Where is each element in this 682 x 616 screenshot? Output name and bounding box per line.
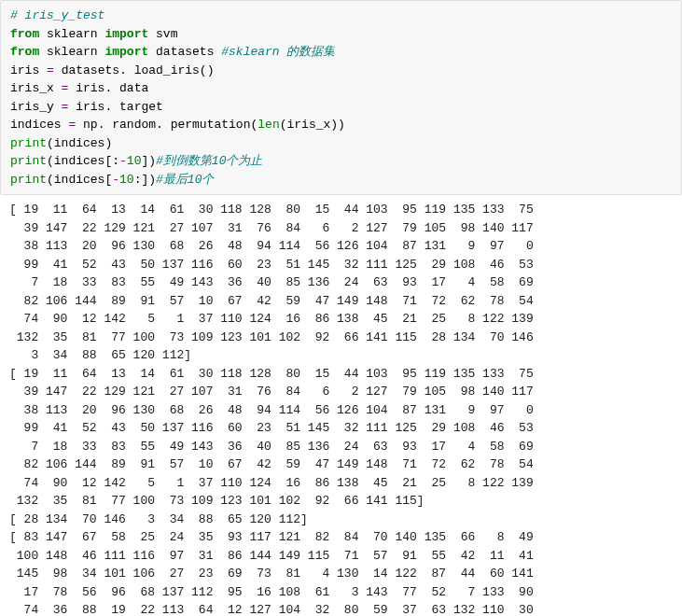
output-line: 7 18 33 83 55 49 143 36 40 85 136 24 63 … bbox=[9, 275, 534, 289]
code-line: iris_y = iris. target bbox=[10, 100, 163, 114]
output-line: 82 106 144 89 91 57 10 67 42 59 47 149 1… bbox=[9, 457, 534, 471]
code-token: #最后10个 bbox=[156, 173, 214, 187]
output-line: 38 113 20 96 130 68 26 48 94 114 56 126 … bbox=[9, 403, 534, 417]
output-line: 132 35 81 77 100 73 109 123 101 102 92 6… bbox=[9, 494, 425, 508]
code-token: len bbox=[257, 118, 279, 132]
output-line: 3 34 88 65 120 112] bbox=[9, 348, 191, 362]
output-line: 99 41 52 43 50 137 116 60 23 51 145 32 1… bbox=[9, 258, 534, 272]
code-line: from sklearn import svm bbox=[10, 27, 177, 41]
output-line: [ 28 134 70 146 3 34 88 65 120 112] bbox=[9, 512, 308, 526]
code-token: iris bbox=[10, 63, 47, 77]
code-token: from bbox=[10, 27, 47, 41]
code-token: iris. data bbox=[76, 81, 148, 95]
code-token: 10 bbox=[127, 154, 142, 168]
code-token: ]) bbox=[141, 154, 156, 168]
code-token: iris_x bbox=[10, 81, 62, 95]
code-token: = bbox=[62, 81, 77, 95]
output-line: 74 90 12 142 5 1 37 110 124 16 86 138 45… bbox=[9, 476, 534, 490]
output-line: 17 78 56 96 68 137 112 95 16 108 61 3 14… bbox=[9, 585, 534, 599]
code-line: iris = datasets. load_iris() bbox=[10, 63, 214, 77]
code-line: from sklearn import datasets #sklearn 的数… bbox=[10, 45, 335, 59]
output-line: 132 35 81 77 100 73 109 123 101 102 92 6… bbox=[9, 330, 534, 344]
output-line: 99 41 52 43 50 137 116 60 23 51 145 32 1… bbox=[9, 421, 534, 435]
code-line: iris_x = iris. data bbox=[10, 81, 148, 95]
code-token: () bbox=[200, 63, 215, 77]
code-token: = bbox=[62, 100, 77, 114]
code-token: sklearn bbox=[47, 27, 104, 41]
output-line: 7 18 33 83 55 49 143 36 40 85 136 24 63 … bbox=[9, 440, 534, 454]
output-line: 74 36 88 19 22 113 64 12 127 104 32 80 5… bbox=[9, 603, 534, 616]
code-line: print(indices) bbox=[10, 136, 112, 150]
code-token: sklearn bbox=[47, 45, 104, 59]
code-token: print bbox=[10, 173, 47, 187]
code-comment: # iris_y_test bbox=[10, 8, 104, 22]
output-line: 82 106 144 89 91 57 10 67 42 59 47 149 1… bbox=[9, 294, 534, 308]
code-line: print(indices[-10:])#最后10个 bbox=[10, 173, 214, 187]
code-token: print bbox=[10, 136, 47, 150]
code-token: = bbox=[68, 118, 83, 132]
code-token: from bbox=[10, 45, 47, 59]
output-line: 39 147 22 129 121 27 107 31 76 84 6 2 12… bbox=[9, 221, 534, 235]
code-token: datasets bbox=[156, 45, 221, 59]
code-token: (iris_x)) bbox=[280, 118, 345, 132]
code-token: #sklearn 的数据集 bbox=[221, 45, 335, 59]
code-token: np. random. permutation bbox=[83, 118, 250, 132]
output-line: 145 98 34 101 106 27 23 69 73 81 4 130 1… bbox=[9, 567, 534, 581]
code-token: import bbox=[104, 45, 156, 59]
output-line: [ 83 147 67 58 25 24 35 93 117 121 82 84… bbox=[9, 530, 534, 544]
code-token: (indices[: bbox=[47, 154, 119, 168]
code-token: (indices[ bbox=[47, 173, 112, 187]
code-token: indices bbox=[10, 118, 68, 132]
code-token: iris. target bbox=[76, 100, 163, 114]
output-line: 100 148 46 111 116 97 31 86 144 149 115 … bbox=[9, 549, 534, 563]
code-cell[interactable]: # iris_y_test from sklearn import svm fr… bbox=[0, 0, 682, 195]
code-token: :]) bbox=[134, 173, 156, 187]
code-token: 10 bbox=[119, 173, 134, 187]
code-token: svm bbox=[156, 27, 177, 41]
code-token: = bbox=[47, 63, 62, 77]
code-token: - bbox=[119, 154, 127, 168]
output-line: 39 147 22 129 121 27 107 31 76 84 6 2 12… bbox=[9, 385, 534, 399]
output-line: [ 19 11 64 13 14 61 30 118 128 80 15 44 … bbox=[9, 367, 534, 381]
code-token: iris_y bbox=[10, 100, 62, 114]
code-line: indices = np. random. permutation(len(ir… bbox=[10, 118, 345, 132]
output-line: 74 90 12 142 5 1 37 110 124 16 86 138 45… bbox=[9, 312, 534, 326]
output-line: 38 113 20 96 130 68 26 48 94 114 56 126 … bbox=[9, 239, 534, 253]
output-line: [ 19 11 64 13 14 61 30 118 128 80 15 44 … bbox=[9, 203, 534, 217]
code-token: (indices) bbox=[47, 136, 112, 150]
code-token: - bbox=[112, 173, 119, 187]
code-token: print bbox=[10, 154, 47, 168]
code-token: import bbox=[104, 27, 156, 41]
code-line: print(indices[:-10])#到倒数第10个为止 bbox=[10, 154, 262, 168]
code-token: datasets. load_iris bbox=[62, 63, 200, 77]
output-cell: [ 19 11 64 13 14 61 30 118 128 80 15 44 … bbox=[0, 195, 682, 616]
code-token: #到倒数第10个为止 bbox=[156, 154, 262, 168]
code-line: # iris_y_test bbox=[10, 8, 104, 22]
